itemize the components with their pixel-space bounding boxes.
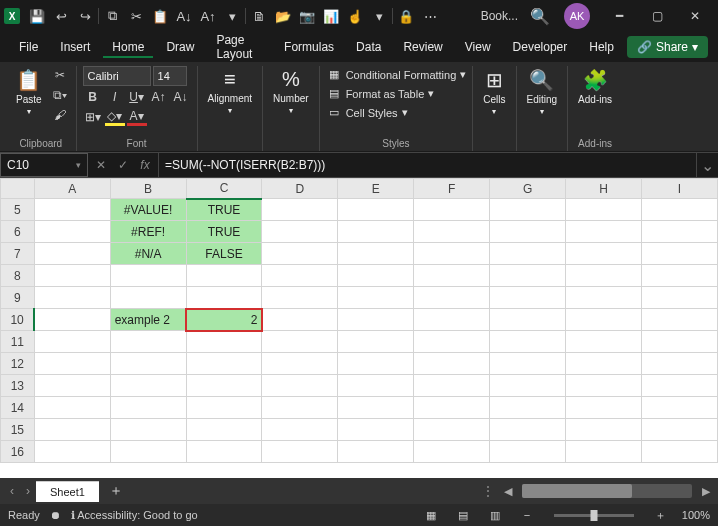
row-header-6[interactable]: 6	[1, 221, 35, 243]
macro-record-icon[interactable]: ⏺	[50, 509, 61, 521]
alignment-button[interactable]: ≡Alignment▾	[204, 66, 256, 117]
cell-D10[interactable]	[262, 309, 338, 331]
cell-I15[interactable]	[641, 419, 717, 441]
cell-C15[interactable]	[186, 419, 262, 441]
chevron-down-icon[interactable]: ▾	[221, 5, 243, 27]
cell-A13[interactable]	[34, 375, 110, 397]
cell-E16[interactable]	[338, 441, 414, 463]
search-icon[interactable]: 🔍	[526, 2, 554, 30]
cell-H16[interactable]	[566, 441, 642, 463]
cell-I6[interactable]	[641, 221, 717, 243]
row-header-11[interactable]: 11	[1, 331, 35, 353]
tab-options-icon[interactable]: ⋮	[476, 484, 500, 498]
cell-G13[interactable]	[490, 375, 566, 397]
select-all-cell[interactable]	[1, 179, 35, 199]
camera-icon[interactable]: 📷	[296, 5, 318, 27]
cell-C10[interactable]: 2	[186, 309, 262, 331]
cell-H12[interactable]	[566, 353, 642, 375]
zoom-in-icon[interactable]: ＋	[650, 508, 672, 523]
cell-A14[interactable]	[34, 397, 110, 419]
zoom-slider[interactable]	[554, 514, 634, 517]
touch-icon[interactable]: ☝	[344, 5, 366, 27]
cell-B9[interactable]	[110, 287, 186, 309]
zoom-out-icon[interactable]: −	[516, 509, 538, 521]
chevron-down-icon[interactable]: ▾	[368, 5, 390, 27]
menu-file[interactable]: File	[10, 36, 47, 58]
accept-formula-icon[interactable]: ✓	[114, 158, 132, 172]
cell-D16[interactable]	[262, 441, 338, 463]
cell-C7[interactable]: FALSE	[186, 243, 262, 265]
cell-B14[interactable]	[110, 397, 186, 419]
number-button[interactable]: %Number▾	[269, 66, 313, 117]
cell-D8[interactable]	[262, 265, 338, 287]
cell-B6[interactable]: #REF!	[110, 221, 186, 243]
cell-I5[interactable]	[641, 199, 717, 221]
underline-button[interactable]: U▾	[127, 88, 147, 106]
sort-desc-icon[interactable]: A↑	[197, 5, 219, 27]
cell-C11[interactable]	[186, 331, 262, 353]
cell-D11[interactable]	[262, 331, 338, 353]
horizontal-scrollbar[interactable]	[522, 484, 692, 498]
row-header-16[interactable]: 16	[1, 441, 35, 463]
menu-help[interactable]: Help	[580, 36, 623, 58]
cell-I7[interactable]	[641, 243, 717, 265]
cell-I12[interactable]	[641, 353, 717, 375]
cell-A15[interactable]	[34, 419, 110, 441]
cell-I16[interactable]	[641, 441, 717, 463]
cell-A12[interactable]	[34, 353, 110, 375]
sort-asc-icon[interactable]: A↓	[173, 5, 195, 27]
spreadsheet-grid[interactable]: ABCDEFGHI5#VALUE!TRUE6#REF!TRUE7#N/AFALS…	[0, 178, 718, 478]
cell-H15[interactable]	[566, 419, 642, 441]
cell-B10[interactable]: example 2	[110, 309, 186, 331]
cancel-formula-icon[interactable]: ✕	[92, 158, 110, 172]
menu-developer[interactable]: Developer	[504, 36, 577, 58]
cut-icon[interactable]: ✂	[125, 5, 147, 27]
cells-button[interactable]: ⊞Cells▾	[479, 66, 509, 118]
row-header-12[interactable]: 12	[1, 353, 35, 375]
cell-I13[interactable]	[641, 375, 717, 397]
cell-styles-button[interactable]: ▭Cell Styles ▾	[326, 104, 408, 121]
font-name-select[interactable]	[83, 66, 151, 86]
cell-E5[interactable]	[338, 199, 414, 221]
undo-icon[interactable]: ↩	[50, 5, 72, 27]
menu-data[interactable]: Data	[347, 36, 390, 58]
row-header-7[interactable]: 7	[1, 243, 35, 265]
cell-H13[interactable]	[566, 375, 642, 397]
cell-D12[interactable]	[262, 353, 338, 375]
cell-B15[interactable]	[110, 419, 186, 441]
cell-H7[interactable]	[566, 243, 642, 265]
menu-home[interactable]: Home	[103, 36, 153, 58]
cell-E11[interactable]	[338, 331, 414, 353]
accessibility-status[interactable]: ℹ Accessibility: Good to go	[71, 509, 198, 522]
format-as-table-button[interactable]: ▤Format as Table ▾	[326, 85, 435, 102]
cell-E14[interactable]	[338, 397, 414, 419]
cell-G15[interactable]	[490, 419, 566, 441]
user-avatar[interactable]: AK	[564, 3, 590, 29]
cell-G5[interactable]	[490, 199, 566, 221]
cell-H9[interactable]	[566, 287, 642, 309]
menu-view[interactable]: View	[456, 36, 500, 58]
maximize-icon[interactable]: ▢	[638, 2, 676, 30]
new-icon[interactable]: 🗎	[248, 5, 270, 27]
cell-C6[interactable]: TRUE	[186, 221, 262, 243]
row-header-13[interactable]: 13	[1, 375, 35, 397]
cell-B7[interactable]: #N/A	[110, 243, 186, 265]
expand-formula-icon[interactable]: ⌄	[696, 153, 718, 177]
cell-F11[interactable]	[414, 331, 490, 353]
cell-D6[interactable]	[262, 221, 338, 243]
cell-E9[interactable]	[338, 287, 414, 309]
chart-icon[interactable]: 📊	[320, 5, 342, 27]
copy-button[interactable]: ⧉▾	[50, 86, 70, 104]
row-header-8[interactable]: 8	[1, 265, 35, 287]
editing-button[interactable]: 🔍Editing▾	[523, 66, 562, 118]
cell-H8[interactable]	[566, 265, 642, 287]
cell-I8[interactable]	[641, 265, 717, 287]
fx-icon[interactable]: fx	[136, 158, 154, 172]
add-sheet-button[interactable]: ＋	[99, 482, 133, 500]
cell-E13[interactable]	[338, 375, 414, 397]
cell-D5[interactable]	[262, 199, 338, 221]
row-header-9[interactable]: 9	[1, 287, 35, 309]
cell-E10[interactable]	[338, 309, 414, 331]
lock-icon[interactable]: 🔒	[395, 5, 417, 27]
redo-icon[interactable]: ↪	[74, 5, 96, 27]
